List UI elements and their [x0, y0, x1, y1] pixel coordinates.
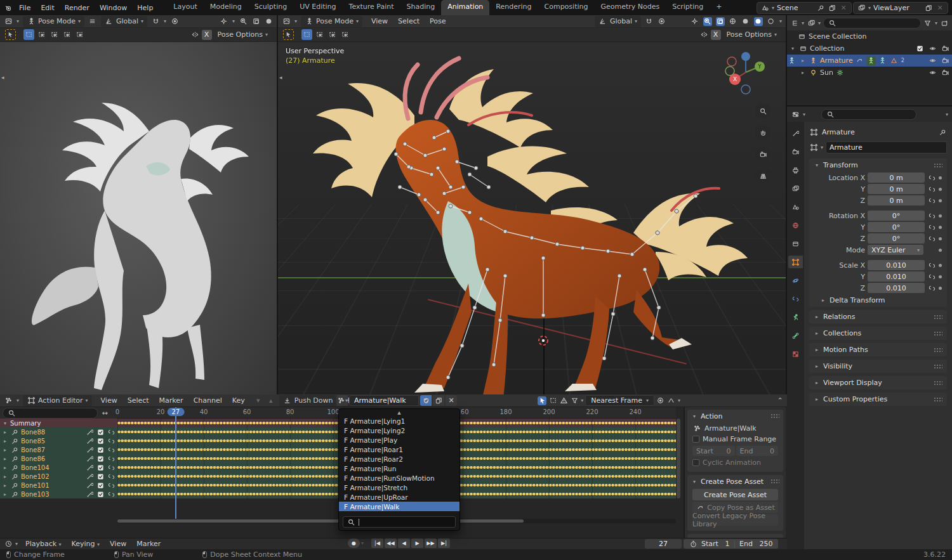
lock-icon[interactable]	[927, 173, 936, 182]
properties-tab-output[interactable]	[788, 164, 803, 176]
action-panel-header[interactable]: ▾Action	[687, 410, 783, 422]
properties-tab-physics[interactable]	[788, 274, 803, 287]
menu-view[interactable]: View	[105, 538, 131, 549]
select-box-tool[interactable]	[301, 29, 312, 40]
drag-handle[interactable]	[770, 479, 779, 484]
end-frame-field[interactable]: End 250	[739, 540, 772, 548]
object-name-field[interactable]: Armature	[826, 141, 947, 153]
browse-action-button[interactable]: ▾	[336, 395, 348, 406]
unlink-icon[interactable]: ✕	[839, 3, 848, 12]
auto-keying-button[interactable]: ●	[348, 538, 360, 548]
channel-search[interactable]	[3, 408, 98, 419]
checkbox-icon[interactable]	[915, 44, 924, 53]
outliner-row-collection[interactable]: ▾ Collection	[787, 42, 952, 55]
lock-icon[interactable]	[107, 481, 116, 490]
lock-icon[interactable]	[927, 234, 936, 243]
mode-selector[interactable]: Pose Mode▾	[301, 16, 362, 27]
modifier-icon[interactable]	[85, 490, 94, 498]
keying-set-caret[interactable]: ▾	[361, 540, 364, 546]
modifier-icon[interactable]	[85, 454, 94, 463]
scene-selector[interactable]: ▾ Scene ✕	[757, 2, 852, 14]
lock-icon[interactable]	[107, 436, 116, 445]
fake-user-toggle[interactable]	[420, 395, 432, 406]
channel-name[interactable]: ▸Bone104	[0, 463, 117, 472]
shading-material-icon[interactable]	[754, 17, 763, 26]
channel-name[interactable]: ▸Bone103	[0, 490, 117, 498]
dropdown-item-f-armature-roar2[interactable]: F Armature|Roar2	[339, 454, 459, 464]
select-intersect-tool[interactable]	[74, 29, 85, 40]
active-tool-icon[interactable]	[5, 29, 16, 40]
shading-solid-icon[interactable]	[741, 17, 750, 26]
lock-icon[interactable]	[927, 261, 936, 270]
channel-enable-checkbox[interactable]	[96, 463, 105, 472]
properties-tab-object[interactable]	[788, 256, 803, 268]
outliner-row-sun[interactable]: ▸ Sun	[787, 67, 952, 79]
pan-button[interactable]	[755, 125, 770, 140]
channel-enable-checkbox[interactable]	[96, 454, 105, 463]
orientation-selector[interactable]: Global▾	[101, 16, 147, 27]
value-field[interactable]: 0°	[868, 233, 925, 244]
copy-icon[interactable]	[828, 3, 836, 12]
drag-handle[interactable]	[770, 413, 779, 419]
dropdown-item-f-armature-lying2[interactable]: F Armature|Lying2	[339, 426, 459, 435]
lock-icon[interactable]	[927, 272, 936, 281]
pose-options-dropdown[interactable]: Pose Options▾	[723, 29, 781, 41]
animate-dot[interactable]	[939, 199, 942, 202]
outliner-search[interactable]	[823, 18, 921, 29]
new-collection-icon[interactable]	[940, 18, 949, 27]
create-pose-asset-button[interactable]: Create Pose Asset	[692, 489, 778, 500]
navigation-gizmo[interactable]: Y X	[724, 50, 768, 94]
menu-select[interactable]: Select	[393, 16, 425, 27]
menu-marker[interactable]: Marker	[131, 538, 166, 549]
move-down-icon[interactable]: ▾	[254, 396, 263, 405]
new-action-button[interactable]	[433, 395, 444, 406]
animate-dot[interactable]	[939, 249, 942, 252]
cyclic-animation-row[interactable]: Cyclic Animation	[687, 457, 783, 468]
active-tool-icon[interactable]	[283, 29, 294, 40]
lock-icon[interactable]	[107, 472, 116, 481]
prev-keyframe-button[interactable]: ◀◀	[385, 538, 397, 548]
proportional-edit-icon[interactable]	[658, 17, 666, 26]
lock-icon[interactable]	[927, 283, 936, 292]
add-workspace-button[interactable]: +	[710, 0, 728, 15]
viewlayer-selector[interactable]: ▾ ViewLayer ✕	[853, 2, 948, 14]
dropdown-item-f-armature-uproar[interactable]: F Armature|UpRoar	[339, 492, 459, 502]
tab-animation[interactable]: Animation	[441, 0, 489, 15]
proportional-edit-icon[interactable]	[656, 396, 665, 405]
mirror-x-toggle[interactable]: X	[711, 30, 721, 40]
hide-icon[interactable]	[928, 56, 937, 65]
menu-view[interactable]: View	[366, 16, 393, 27]
pin-icon[interactable]	[10, 472, 19, 481]
drag-handle[interactable]	[934, 331, 942, 336]
outliner-row-scene-collection[interactable]: Scene Collection	[787, 30, 952, 42]
ortho-toggle-button[interactable]	[755, 168, 770, 183]
channel-name[interactable]: ▾Summary	[0, 419, 117, 427]
lock-icon[interactable]	[927, 211, 936, 220]
select-subtract-tool[interactable]	[327, 29, 338, 40]
animate-dot[interactable]	[939, 188, 942, 191]
channel-enable-checkbox[interactable]	[96, 481, 105, 490]
channel-enable-checkbox[interactable]	[96, 445, 105, 454]
panel-header-custom-properties[interactable]: ▸Custom Properties	[809, 393, 947, 406]
animate-dot[interactable]	[939, 287, 942, 290]
select-subtract-tool[interactable]	[49, 29, 60, 40]
play-button[interactable]: ▶	[411, 538, 423, 548]
remove-icon[interactable]: ✕	[935, 3, 944, 12]
start-frame-field[interactable]: Start 1	[701, 540, 729, 548]
object-type-icon[interactable]	[809, 143, 818, 152]
tab-rendering[interactable]: Rendering	[489, 0, 538, 15]
manual-frame-range-row[interactable]: Manual Frame Range	[687, 434, 783, 445]
tab-sculpting[interactable]: Sculpting	[248, 0, 293, 15]
channel-enable-checkbox[interactable]	[96, 472, 105, 481]
display-mode-icon[interactable]	[807, 18, 816, 27]
only-selected-icon[interactable]	[538, 396, 546, 405]
mirror-icon[interactable]	[700, 30, 709, 39]
tab-texture-paint[interactable]: Texture Paint	[343, 0, 400, 15]
dropdown-item-f-armature-walk[interactable]: F Armature|Walk	[339, 502, 459, 511]
select-difference-tool[interactable]	[62, 29, 72, 40]
panel-header-relations[interactable]: ▸Relations	[809, 310, 947, 323]
lock-icon[interactable]	[107, 445, 116, 454]
xray-toggle-icon[interactable]	[716, 17, 725, 26]
drag-handle[interactable]	[934, 397, 942, 402]
properties-tab-world[interactable]	[788, 219, 803, 231]
